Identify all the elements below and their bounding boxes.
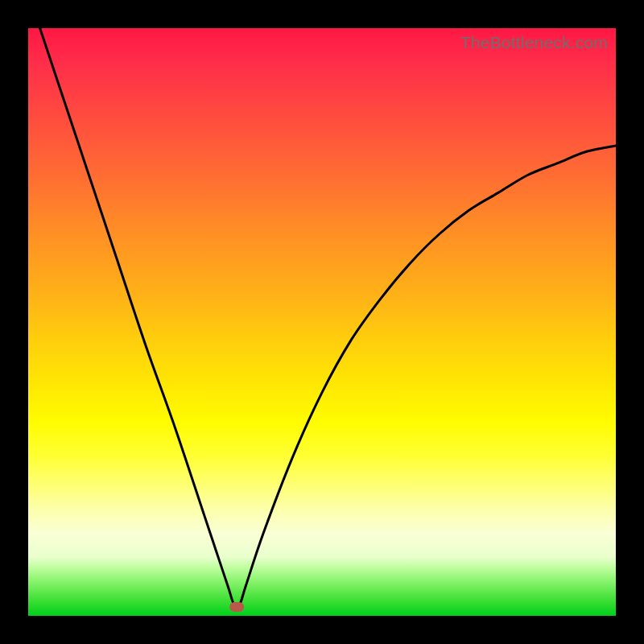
bottleneck-curve <box>40 28 616 606</box>
chart-svg <box>28 28 616 616</box>
plot-area: TheBottleneck.com <box>28 28 616 616</box>
chart-frame: TheBottleneck.com <box>0 0 644 644</box>
optimal-marker <box>229 602 244 612</box>
